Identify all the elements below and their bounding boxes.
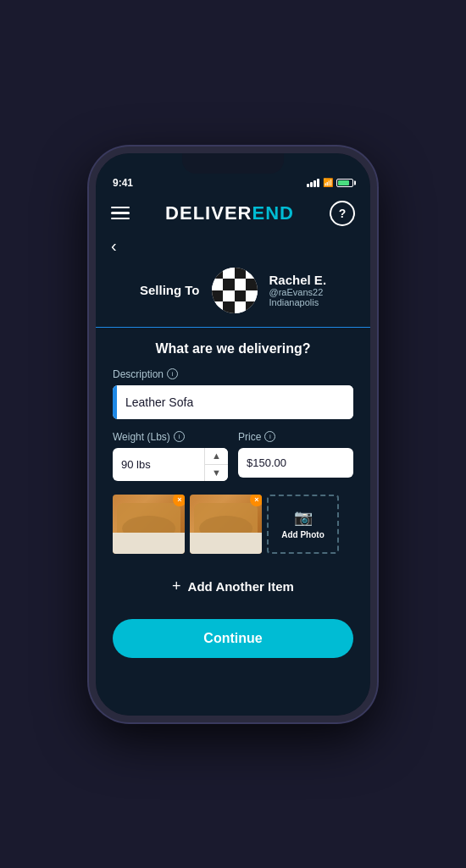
add-photo-button[interactable]: 📷 Add Photo <box>267 495 339 554</box>
camera-icon: 📷 <box>294 508 313 527</box>
user-info: Rachel E. @raEvans22 Indianapolis <box>269 273 327 307</box>
weight-down-button[interactable]: ▼ <box>205 465 228 481</box>
description-wrapper <box>113 385 353 419</box>
user-handle: @raEvans22 <box>269 287 327 297</box>
logo-text: DELIVER <box>165 202 252 224</box>
weight-value: 90 lbs <box>113 450 204 479</box>
help-button[interactable]: ? <box>330 201 355 226</box>
notch <box>182 153 284 174</box>
weight-stepper: ▲ ▼ <box>204 448 228 481</box>
wifi-icon: 📶 <box>323 178 333 187</box>
phone-frame: 9:41 📶 DELIVE <box>89 147 377 722</box>
price-label: Price i <box>238 431 353 443</box>
photo-2-delete-button[interactable]: × <box>250 495 262 506</box>
add-photo-label: Add Photo <box>281 530 325 539</box>
weight-field-group: Weight (Lbs) i 90 lbs ▲ ▼ <box>113 431 228 481</box>
selling-to-section: Selling To Rachel E. @raEvans22 Indianap… <box>96 263 370 328</box>
row-fields: Weight (Lbs) i 90 lbs ▲ ▼ Price i <box>113 431 353 481</box>
hamburger-menu-button[interactable] <box>111 207 130 220</box>
selling-to-label: Selling To <box>140 283 200 297</box>
phone-screen: 9:41 📶 DELIVE <box>96 153 370 716</box>
status-icons: 📶 <box>307 178 353 187</box>
status-time: 9:41 <box>113 177 133 189</box>
header-nav: DELIVEREND ? <box>96 194 370 233</box>
section-title: What are we delivering? <box>113 341 353 357</box>
price-info-icon[interactable]: i <box>264 431 275 442</box>
logo-accent: END <box>252 202 293 224</box>
price-field-group: Price i <box>238 431 353 481</box>
continue-section: Continue <box>96 612 370 678</box>
delivering-section: What are we delivering? Description i We… <box>96 328 370 612</box>
plus-icon: + <box>172 578 181 595</box>
photo-2: × <box>190 495 262 554</box>
continue-button[interactable]: Continue <box>113 619 353 658</box>
signal-icon <box>307 179 319 187</box>
add-another-label: Add Another Item <box>188 579 294 594</box>
description-label: Description i <box>113 368 353 380</box>
user-name: Rachel E. <box>269 273 327 287</box>
avatar <box>212 268 258 313</box>
back-button[interactable]: ‹ <box>96 233 132 263</box>
user-location: Indianapolis <box>269 297 327 307</box>
price-input[interactable] <box>238 448 353 478</box>
photo-1-delete-button[interactable]: × <box>173 495 185 506</box>
photo-1: × <box>113 495 185 554</box>
description-info-icon[interactable]: i <box>167 368 178 379</box>
weight-label: Weight (Lbs) i <box>113 431 228 443</box>
weight-wrapper: 90 lbs ▲ ▼ <box>113 448 228 481</box>
weight-info-icon[interactable]: i <box>174 431 185 442</box>
battery-icon <box>336 179 353 187</box>
photos-row: × × 📷 Add Photo <box>113 495 353 554</box>
logo: DELIVEREND <box>165 202 294 224</box>
description-input[interactable] <box>117 385 353 419</box>
add-another-item-button[interactable]: + Add Another Item <box>113 567 353 605</box>
weight-up-button[interactable]: ▲ <box>205 448 228 465</box>
